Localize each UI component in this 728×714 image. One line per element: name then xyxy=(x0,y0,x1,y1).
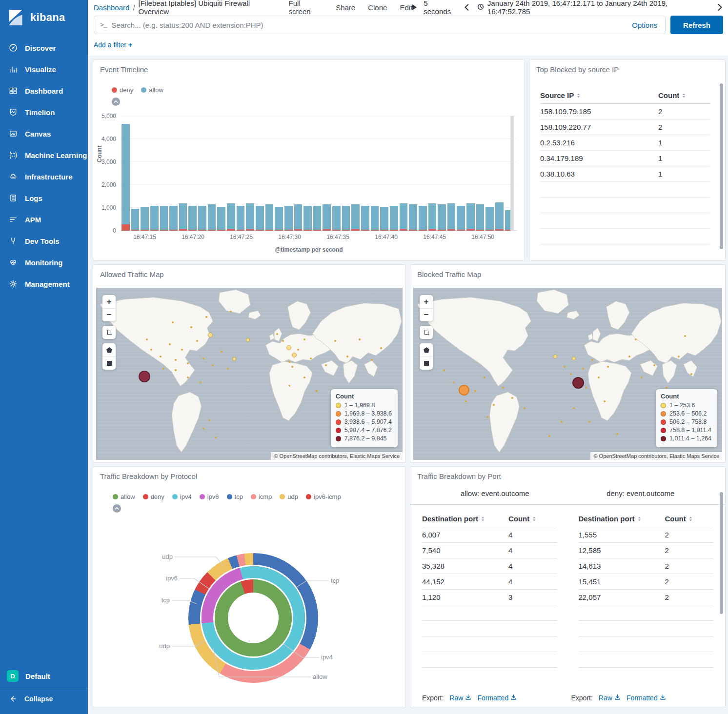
timeline-bar[interactable] xyxy=(342,206,350,231)
timeline-bar[interactable] xyxy=(476,204,485,231)
sidebar-item-management[interactable]: Management xyxy=(0,273,88,295)
scrollbar[interactable] xyxy=(720,492,723,614)
map-marker-large[interactable] xyxy=(459,385,469,396)
sort-icon[interactable] xyxy=(532,515,536,523)
timeline-bar[interactable] xyxy=(294,204,303,231)
space-switcher[interactable]: D Default xyxy=(0,665,88,687)
timeline-bar[interactable] xyxy=(457,206,465,231)
timeline-bar[interactable] xyxy=(121,124,130,231)
legend-item-allow[interactable]: allow xyxy=(141,86,163,94)
collapse-button[interactable]: Collapse xyxy=(0,689,88,708)
time-forward-button[interactable] xyxy=(716,4,723,11)
time-range-picker[interactable]: January 24th 2019, 16:47:12.171 to Janua… xyxy=(477,0,709,16)
query-options-link[interactable]: Options xyxy=(630,21,659,29)
column-header-count[interactable]: Count xyxy=(508,512,557,527)
column-header-count[interactable]: Count xyxy=(658,88,710,104)
sidebar-item-dev-tools[interactable]: Dev Tools xyxy=(0,230,88,252)
play-refresh-icon[interactable] xyxy=(412,4,417,10)
rect-select-icon[interactable] xyxy=(102,357,116,370)
zoom-in-button[interactable]: + xyxy=(420,295,433,308)
menu-item-edit[interactable]: Edit xyxy=(400,3,412,12)
refresh-button[interactable]: Refresh xyxy=(670,16,723,34)
map-marker-large[interactable] xyxy=(139,371,150,382)
timeline-bar[interactable] xyxy=(380,207,388,231)
sort-icon[interactable] xyxy=(688,515,693,523)
timeline-bar[interactable] xyxy=(217,207,225,231)
timeline-bar[interactable] xyxy=(256,206,264,231)
polygon-select-icon[interactable] xyxy=(420,343,433,357)
sort-icon[interactable] xyxy=(576,92,581,100)
column-header-destination-port[interactable]: Destination port xyxy=(579,512,665,527)
sidebar-item-infrastructure[interactable]: Infrastructure xyxy=(0,166,88,187)
menu-item-full-screen[interactable]: Full screen xyxy=(289,0,324,16)
timeline-bar[interactable] xyxy=(169,206,178,231)
column-header-source-ip[interactable]: Source IP xyxy=(540,88,658,104)
timeline-bar[interactable] xyxy=(188,206,197,231)
timeline-bar[interactable] xyxy=(351,204,360,231)
export-formatted-link[interactable]: Formatted xyxy=(627,694,666,702)
sidebar-item-dashboard[interactable]: Dashboard xyxy=(0,80,88,101)
rect-select-icon[interactable] xyxy=(420,357,433,370)
export-formatted-link[interactable]: Formatted xyxy=(477,694,517,702)
timeline-bar[interactable] xyxy=(361,206,369,231)
timeline-bar[interactable] xyxy=(332,206,341,231)
timeline-bar[interactable] xyxy=(313,206,322,231)
timeline-bar[interactable] xyxy=(141,207,149,231)
zoom-out-button[interactable]: − xyxy=(102,308,116,321)
time-back-button[interactable] xyxy=(464,4,470,11)
timeline-bar[interactable] xyxy=(265,204,274,231)
sidebar-item-logs[interactable]: Logs xyxy=(0,187,88,209)
search-input[interactable] xyxy=(112,21,630,29)
fit-bounds-icon[interactable] xyxy=(102,326,116,339)
refresh-interval[interactable]: 5 seconds xyxy=(424,0,457,16)
breadcrumb-dashboard-link[interactable]: Dashboard xyxy=(94,3,129,12)
timeline-bar[interactable] xyxy=(198,206,206,231)
timeline-bar[interactable] xyxy=(409,204,417,231)
sidebar-item-discover[interactable]: Discover xyxy=(0,37,88,59)
timeline-bar[interactable] xyxy=(246,203,254,231)
sort-icon[interactable] xyxy=(481,515,485,523)
timeline-bar[interactable] xyxy=(150,206,159,231)
timeline-bar[interactable] xyxy=(227,203,235,231)
zoom-in-button[interactable]: + xyxy=(102,295,116,308)
timeline-bar[interactable] xyxy=(208,204,216,231)
timeline-bar[interactable] xyxy=(485,207,494,231)
timeline-bar[interactable] xyxy=(284,206,293,231)
legend-item-deny[interactable]: deny xyxy=(112,86,133,94)
polygon-select-icon[interactable] xyxy=(102,343,116,357)
column-header-count[interactable]: Count xyxy=(665,512,713,527)
sidebar-item-apm[interactable]: APM xyxy=(0,209,88,230)
sidebar-item-canvas[interactable]: Canvas xyxy=(0,123,88,144)
scrollbar[interactable] xyxy=(720,83,723,249)
allowed-map-canvas[interactable]: +−Count1 – 1,969.81,969.8 – 3,938.63,938… xyxy=(96,288,403,460)
timeline-bar[interactable] xyxy=(179,203,187,231)
kibana-logo[interactable]: kibana xyxy=(0,0,88,34)
timeline-bar[interactable] xyxy=(428,203,437,231)
timeline-bar[interactable] xyxy=(495,202,504,231)
export-raw-link[interactable]: Raw xyxy=(599,694,621,702)
timeline-bar[interactable] xyxy=(323,204,331,231)
timeline-bar[interactable] xyxy=(419,206,427,231)
menu-item-clone[interactable]: Clone xyxy=(368,3,387,12)
timeline-bar[interactable] xyxy=(447,203,456,231)
blocked-map-canvas[interactable]: +−Count1 – 253.6253.6 – 506.2506.2 – 758… xyxy=(413,288,722,460)
timeline-bar[interactable] xyxy=(400,203,408,231)
timeline-bar[interactable] xyxy=(237,206,245,231)
export-raw-link[interactable]: Raw xyxy=(449,694,471,702)
timeline-bar[interactable] xyxy=(303,206,312,231)
sidebar-item-monitoring[interactable]: Monitoring xyxy=(0,252,88,273)
column-header-destination-port[interactable]: Destination port xyxy=(422,512,508,527)
timeline-bar[interactable] xyxy=(371,206,379,231)
timeline-bar[interactable] xyxy=(438,204,446,231)
zoom-out-button[interactable]: − xyxy=(420,308,433,321)
fit-bounds-icon[interactable] xyxy=(420,326,433,339)
sort-icon[interactable] xyxy=(637,515,642,523)
timeline-bar[interactable] xyxy=(275,207,283,231)
sort-icon[interactable] xyxy=(682,92,686,100)
sidebar-item-timelion[interactable]: Timelion xyxy=(0,101,88,123)
sidebar-item-visualize[interactable]: Visualize xyxy=(0,59,88,80)
add-filter-link[interactable]: Add a filter + xyxy=(94,41,132,49)
timeline-bar[interactable] xyxy=(466,203,475,231)
map-marker-large[interactable] xyxy=(572,377,584,389)
timeline-bar[interactable] xyxy=(131,209,140,231)
